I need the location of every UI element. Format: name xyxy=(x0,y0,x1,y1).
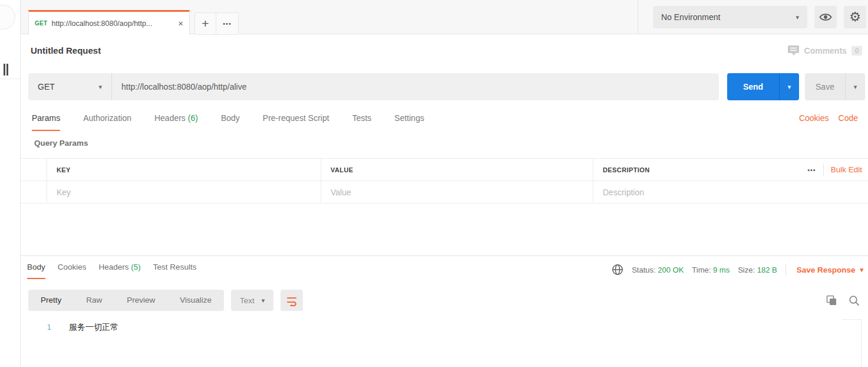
response-view-toolbar: Pretty Raw Preview Visualize Text ▾ xyxy=(28,290,860,311)
collapsed-sidebar xyxy=(0,0,21,367)
request-title: Untitled Request xyxy=(31,45,101,55)
query-params-table: KEY VALUE DESCRIPTION ••• Bulk Edit xyxy=(21,158,868,204)
text-wrap-icon xyxy=(286,294,298,306)
param-key-input[interactable] xyxy=(57,188,311,197)
save-options-button[interactable]: ▾ xyxy=(845,73,865,100)
view-tab-pretty[interactable]: Pretty xyxy=(28,290,74,311)
environment-cluster: No Environment ▾ ⚙ xyxy=(653,6,866,28)
response-headers-count: (5) xyxy=(131,263,141,271)
tab-more-options-button[interactable]: ••• xyxy=(216,13,238,34)
response-tab-headers[interactable]: Headers (5) xyxy=(99,263,141,279)
response-tab-cookies[interactable]: Cookies xyxy=(58,263,87,279)
eye-icon xyxy=(819,12,832,22)
value-column-header: VALUE xyxy=(331,166,353,173)
size-value: 182 B xyxy=(757,266,777,274)
status-field: Status: 200 OK xyxy=(632,266,684,274)
chevron-down-icon: ▾ xyxy=(860,266,863,274)
tab-method-label: GET xyxy=(35,20,47,27)
chevron-down-icon: ▾ xyxy=(262,297,265,304)
tab-actions: + ••• xyxy=(194,12,239,35)
comment-icon xyxy=(787,45,800,56)
view-tab-raw[interactable]: Raw xyxy=(74,290,114,311)
send-button-group: Send ▾ xyxy=(727,73,799,100)
param-value-input[interactable] xyxy=(331,188,583,197)
url-input[interactable] xyxy=(112,73,719,100)
request-tabs: Params Authorization Headers (6) Body Pr… xyxy=(32,113,799,131)
save-response-button[interactable]: Save Response ▾ xyxy=(797,266,863,274)
chevron-down-icon: ▾ xyxy=(98,83,102,91)
response-tab-body[interactable]: Body xyxy=(27,263,45,279)
copy-icon[interactable] xyxy=(826,295,837,306)
divider xyxy=(823,164,824,176)
response-tab-test-results[interactable]: Test Results xyxy=(153,263,197,279)
tab-settings[interactable]: Settings xyxy=(394,113,424,131)
globe-icon[interactable] xyxy=(612,264,623,276)
method-url-group: GET ▾ xyxy=(28,73,719,100)
save-button-group: Save ▾ xyxy=(805,73,865,100)
cookies-link[interactable]: Cookies xyxy=(799,113,829,123)
request-tabs-row: Params Authorization Headers (6) Body Pr… xyxy=(32,113,858,133)
request-tab[interactable]: GET http://localhost:8080/aop/http... × xyxy=(28,10,190,35)
send-button[interactable]: Send xyxy=(727,73,779,100)
tab-url-label: http://localhost:8080/aop/http... xyxy=(51,19,174,28)
view-mode-segmented-control: Pretty Raw Preview Visualize xyxy=(28,290,224,311)
comments-button[interactable]: Comments 0 xyxy=(787,45,862,56)
response-status-cluster: Status: 200 OK Time: 9 ms Size: 182 B Sa… xyxy=(612,263,863,276)
new-tab-button[interactable]: + xyxy=(195,13,216,34)
divider xyxy=(0,78,21,79)
description-column-header: DESCRIPTION xyxy=(603,166,650,173)
tab-body[interactable]: Body xyxy=(221,113,240,131)
comments-count-badge: 0 xyxy=(852,46,862,55)
settings-button[interactable]: ⚙ xyxy=(844,6,866,28)
response-tabs-row: Body Cookies Headers (5) Test Results St… xyxy=(27,263,863,279)
size-field: Size: 182 B xyxy=(738,266,777,274)
divider xyxy=(786,264,786,276)
tab-bar: GET http://localhost:8080/aop/http... × … xyxy=(21,0,868,34)
format-selected-label: Text xyxy=(240,296,255,305)
wrap-lines-button[interactable] xyxy=(280,290,303,311)
response-divider xyxy=(21,255,868,256)
tab-params[interactable]: Params xyxy=(32,113,60,131)
environment-selector[interactable]: No Environment ▾ xyxy=(653,6,807,28)
view-tab-visualize[interactable]: Visualize xyxy=(167,290,224,311)
response-body-text: 服务一切正常 xyxy=(51,322,118,333)
search-icon[interactable] xyxy=(849,295,860,306)
code-line: 1 服务一切正常 xyxy=(21,317,868,333)
bulk-edit-link[interactable]: Bulk Edit xyxy=(831,165,862,174)
close-icon[interactable]: × xyxy=(178,19,183,28)
tab-authorization[interactable]: Authorization xyxy=(83,113,131,131)
tab-headers[interactable]: Headers (6) xyxy=(154,113,198,131)
environment-selected-label: No Environment xyxy=(661,12,796,22)
row-handle-cell xyxy=(21,181,47,203)
code-link[interactable]: Code xyxy=(839,113,858,123)
time-field: Time: 9 ms xyxy=(692,266,730,274)
response-body-editor[interactable]: 1 服务一切正常 xyxy=(21,317,868,367)
format-selector[interactable]: Text ▾ xyxy=(231,290,273,311)
row-handle-column xyxy=(21,159,47,181)
response-actions xyxy=(826,295,860,306)
sidebar-avatar-circle[interactable] xyxy=(0,5,15,30)
save-button[interactable]: Save xyxy=(805,73,845,100)
status-value: 200 OK xyxy=(658,266,684,274)
environment-quick-look-button[interactable] xyxy=(814,6,837,28)
chevron-down-icon: ▾ xyxy=(854,83,857,91)
gear-icon: ⚙ xyxy=(849,11,861,24)
divider xyxy=(638,0,638,34)
editor-scroll-track[interactable] xyxy=(861,319,862,367)
tab-tests[interactable]: Tests xyxy=(352,113,372,131)
tab-pre-request-script[interactable]: Pre-request Script xyxy=(263,113,329,131)
query-params-label: Query Params xyxy=(34,139,88,148)
method-selector[interactable]: GET ▾ xyxy=(28,73,112,100)
response-tabs: Body Cookies Headers (5) Test Results xyxy=(27,263,612,279)
params-more-options-button[interactable]: ••• xyxy=(807,166,816,173)
send-options-button[interactable]: ▾ xyxy=(779,73,799,100)
sidebar-resize-grip[interactable] xyxy=(4,64,8,76)
method-selected-label: GET xyxy=(38,82,98,91)
param-description-input[interactable] xyxy=(603,188,783,197)
table-row xyxy=(21,181,868,204)
request-title-row: Untitled Request Comments 0 xyxy=(31,45,862,56)
view-tab-preview[interactable]: Preview xyxy=(114,290,167,311)
time-value: 9 ms xyxy=(713,266,730,274)
request-links: Cookies Code xyxy=(799,113,858,123)
key-column-header: KEY xyxy=(57,166,71,173)
